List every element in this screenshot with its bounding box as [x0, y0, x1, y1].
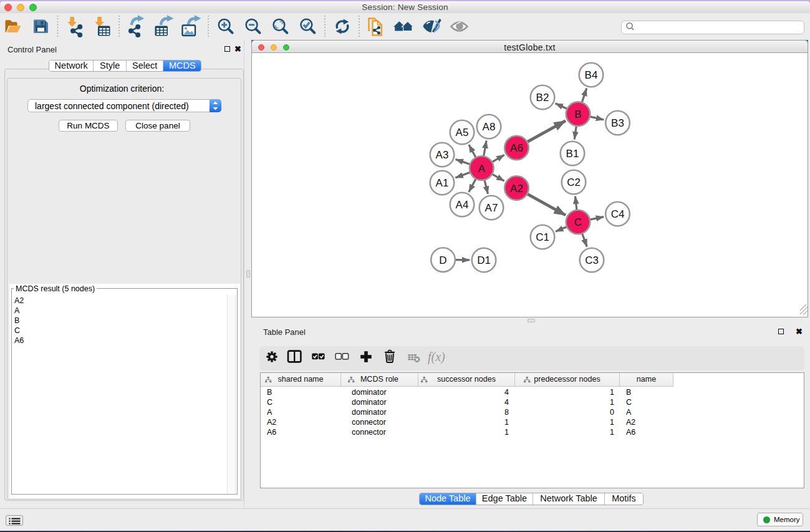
- svg-text:B1: B1: [566, 148, 579, 160]
- svg-text:A6: A6: [510, 142, 523, 154]
- svg-text:B2: B2: [536, 92, 549, 104]
- svg-text:A: A: [478, 163, 486, 175]
- svg-text:B4: B4: [585, 69, 598, 81]
- svg-text:A3: A3: [436, 149, 449, 161]
- svg-text:C1: C1: [536, 231, 549, 243]
- svg-text:A2: A2: [510, 183, 523, 195]
- svg-text:B: B: [574, 109, 581, 120]
- svg-text:D1: D1: [477, 254, 491, 266]
- svg-text:A8: A8: [483, 121, 496, 133]
- svg-text:A1: A1: [436, 177, 449, 189]
- svg-text:C2: C2: [567, 177, 581, 188]
- svg-text:f(x): f(x): [428, 350, 445, 364]
- svg-text:B3: B3: [611, 117, 624, 129]
- svg-text:A4: A4: [456, 199, 469, 211]
- svg-text:A5: A5: [456, 127, 469, 138]
- svg-text:A7: A7: [485, 202, 498, 214]
- svg-text:D: D: [439, 254, 446, 266]
- svg-text:C: C: [574, 216, 582, 228]
- svg-text:C4: C4: [611, 208, 625, 220]
- svg-text:C3: C3: [585, 254, 599, 266]
